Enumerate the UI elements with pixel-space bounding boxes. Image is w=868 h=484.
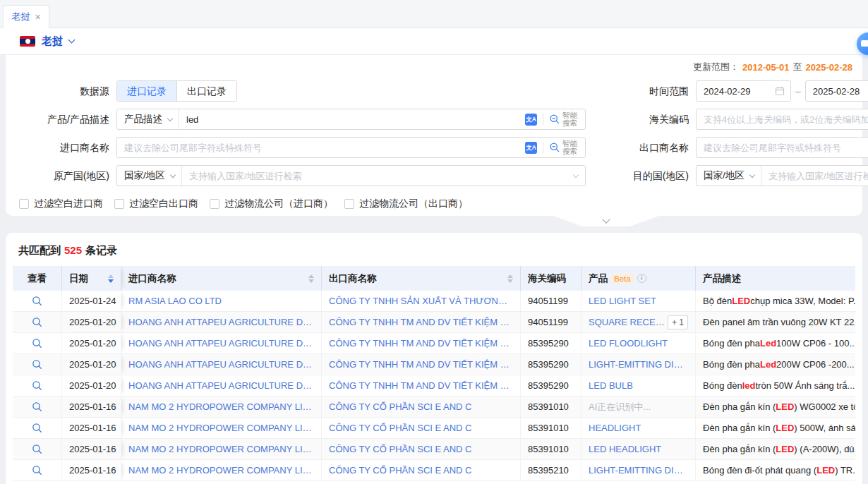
importer-link[interactable]: HOANG ANH ATTAPEU AGRICULTURE DEVE... (128, 380, 314, 391)
exporter-link[interactable]: CÔNG TY CỔ PHẦN SCI E AND C (329, 423, 472, 433)
sort-asc-icon[interactable] (507, 274, 513, 278)
view-record-button[interactable] (32, 423, 42, 433)
close-icon[interactable] (35, 12, 40, 22)
origin-country-input[interactable] (182, 166, 574, 186)
product-link[interactable]: LED LIGHT SET (589, 296, 656, 306)
product-link[interactable]: SQUARE RECESS... (589, 317, 668, 327)
date-end-value[interactable] (806, 81, 868, 101)
sort-desc-icon[interactable] (108, 279, 114, 283)
filter-checkbox-row: 过滤空白进口商过滤空白出口商过滤物流公司（进口商）过滤物流公司（出口商） (19, 198, 854, 210)
update-range-to: 至 (793, 61, 802, 73)
more-products-badge[interactable]: + 1 (668, 315, 688, 329)
sort-toggle[interactable] (503, 274, 513, 283)
column-header-date[interactable]: 日期 (62, 266, 121, 291)
importer-link[interactable]: HOANG ANH ATTAPEU AGRICULTURE DEVE... (128, 338, 314, 349)
exporter-link[interactable]: CÔNG TY TNHH TM AND DV TIẾT KIỆM NĂ... (329, 359, 513, 370)
hs-code-cell: 85395290 (521, 333, 581, 353)
column-header-importer[interactable]: 进口商名称 (121, 266, 322, 291)
translate-icon[interactable]: 文A (525, 114, 537, 126)
product-cell: LED LIGHT SET (581, 291, 696, 311)
product-link[interactable]: LIGHT-EMITTING DIO... (589, 465, 688, 476)
translate-icon[interactable]: 文A (525, 142, 537, 154)
info-icon[interactable]: i (637, 274, 646, 283)
exporter-link[interactable]: CÔNG TY TNHH TM AND DV TIẾT KIỆM NĂ... (329, 338, 513, 349)
keyword-highlight: LED (816, 465, 835, 476)
date-end-input[interactable] (805, 80, 868, 102)
column-label: 日期 (69, 272, 88, 285)
view-record-button[interactable] (32, 359, 42, 370)
exporter-cell: CÔNG TY TNHH TM AND DV TIẾT KIỆM NĂ... (322, 333, 521, 353)
product-type-value: 产品描述 (124, 113, 162, 126)
chevron-down-icon[interactable] (68, 37, 76, 44)
product-link[interactable]: LED HEADLIGHT (589, 444, 661, 454)
filter-checkbox[interactable]: 过滤物流公司（进口商） (210, 198, 333, 210)
segment-export-records[interactable]: 出口记录 (176, 81, 236, 101)
description-cell: Đèn pha gắn kín (LED) WG0002 xe tô... (696, 397, 855, 417)
importer-link[interactable]: HOANG ANH ATTAPEU AGRICULTURE DEVE... (128, 359, 314, 370)
product-link[interactable]: LIGHT-EMITTING DIO... (589, 359, 688, 370)
column-label: 出口商名称 (329, 272, 377, 285)
exporter-link[interactable]: CÔNG TY CỔ PHẦN SCI E AND C (329, 401, 472, 412)
importer-link[interactable]: HOANG ANH ATTAPEU AGRICULTURE DEVE... (128, 317, 314, 327)
importer-link[interactable]: NAM MO 2 HYDROPOWER COMPANY LIMI... (128, 465, 314, 476)
date-start-input[interactable] (696, 80, 791, 102)
sort-desc-icon[interactable] (507, 279, 513, 283)
product-link[interactable]: HEADLIGHT (589, 423, 641, 433)
hs-code-input[interactable] (697, 109, 868, 129)
product-link[interactable]: LED BULB (589, 380, 633, 391)
view-cell (13, 397, 62, 417)
smart-search-button[interactable]: 智能搜索 (549, 111, 579, 127)
dest-country-input[interactable] (761, 166, 868, 186)
tab-laos[interactable]: 老挝 (3, 5, 49, 28)
exporter-input[interactable] (697, 138, 868, 157)
sort-asc-icon[interactable] (108, 274, 114, 278)
product-link[interactable]: LED FLOODLIGHT (589, 338, 668, 349)
importer-link[interactable]: NAM MO 2 HYDROPOWER COMPANY LIMI... (128, 401, 314, 412)
view-record-button[interactable] (32, 338, 42, 349)
table-header-row: 查看日期进口商名称出口商名称海关编码产品Betai产品描述 (13, 266, 855, 291)
update-range-end: 2025-02-28 (806, 62, 853, 73)
collapse-filters-handle[interactable] (553, 216, 659, 226)
exporter-link[interactable]: CÔNG TY TNHH TM AND DV TIẾT KIỆM NĂ... (329, 380, 513, 391)
importer-link[interactable]: NAM MO 2 HYDROPOWER COMPANY LIMI... (128, 444, 314, 454)
importer-link[interactable]: NAM MO 2 HYDROPOWER COMPANY LIMI... (128, 423, 314, 433)
segment-import-records[interactable]: 进口记录 (117, 81, 176, 101)
origin-country-select[interactable]: 国家/地区 (117, 166, 182, 186)
sort-asc-icon[interactable] (308, 274, 314, 278)
sort-toggle[interactable] (104, 274, 114, 283)
importer-link[interactable]: RM ASIA LAO CO LTD (128, 296, 222, 306)
date-start-value[interactable] (697, 81, 775, 101)
product-search-input[interactable] (179, 109, 519, 129)
checkbox-icon[interactable] (344, 199, 354, 209)
view-record-button[interactable] (32, 465, 42, 476)
view-record-button[interactable] (32, 444, 42, 454)
filter-checkbox[interactable]: 过滤空白进口商 (19, 198, 103, 210)
smart-search-button[interactable]: 智能搜索 (549, 140, 579, 155)
dest-country-select[interactable]: 国家/地区 (697, 166, 761, 186)
exporter-link[interactable]: CÔNG TY TNHH SẢN XUẤT VÀ THƯƠNG M... (329, 296, 513, 306)
sort-desc-icon[interactable] (308, 279, 314, 283)
checkbox-icon[interactable] (114, 199, 124, 209)
importer-cell: HOANG ANH ATTAPEU AGRICULTURE DEVE... (121, 354, 322, 375)
product-type-select[interactable]: 产品描述 (117, 109, 179, 129)
filter-checkbox[interactable]: 过滤空白出口商 (114, 198, 198, 210)
column-header-exporter[interactable]: 出口商名称 (322, 266, 521, 291)
view-record-button[interactable] (32, 380, 42, 391)
view-record-button[interactable] (32, 401, 42, 412)
exporter-link[interactable]: CÔNG TY CỔ PHẦN SCI E AND C (329, 444, 472, 454)
checkbox-icon[interactable] (210, 199, 219, 209)
description-text: 100W CP06 - 100... (776, 338, 855, 349)
chevron-down-icon (167, 115, 173, 121)
checkbox-icon[interactable] (19, 199, 29, 209)
view-record-button[interactable] (32, 296, 42, 306)
view-record-button[interactable] (32, 317, 42, 327)
filter-checkbox[interactable]: 过滤物流公司（出口商） (344, 198, 468, 210)
description-text: Đèn panel âm trần vuông 20W KT 22... (703, 317, 855, 327)
exporter-link[interactable]: CÔNG TY TNHH TM AND DV TIẾT KIỆM NĂ... (329, 317, 513, 327)
importer-input[interactable] (117, 138, 519, 157)
time-range-picker: – (696, 80, 868, 102)
sort-toggle[interactable] (304, 274, 314, 283)
product-cell: SQUARE RECESS...+ 1 (581, 312, 696, 332)
exporter-link[interactable]: CÔNG TY CỔ PHẦN SCI E AND C (329, 465, 472, 476)
view-cell (13, 439, 62, 459)
